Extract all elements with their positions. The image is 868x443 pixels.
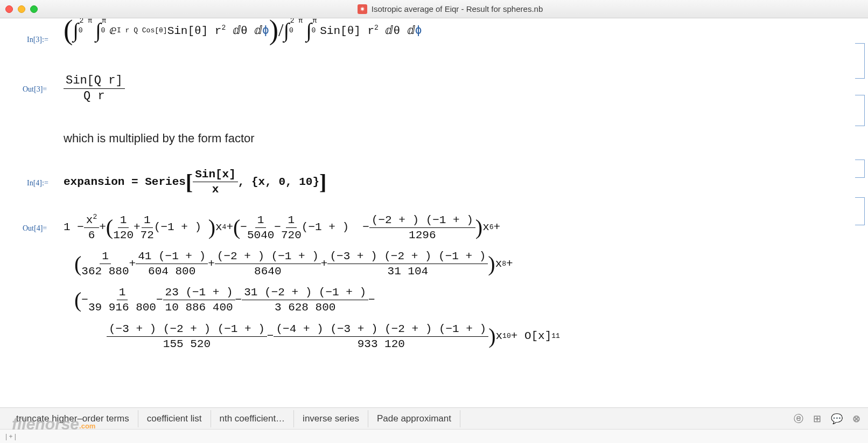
- text-cell[interactable]: which is multiplied by the form factor: [64, 131, 836, 146]
- title-text: Isotropic average of Eiqr - Result for s…: [372, 4, 543, 13]
- app-icon: [358, 4, 367, 14]
- suggest-nth-coeff[interactable]: nth coefficient…: [211, 410, 295, 427]
- watermark: filehorse.com: [12, 415, 95, 433]
- suggestions-bar: truncate higher–order terms coefficient …: [0, 407, 868, 429]
- comment-icon[interactable]: 💬: [831, 413, 843, 425]
- out-label-4: Out[4]=: [23, 224, 47, 233]
- wolfram-alpha-icon[interactable]: ⓔ: [794, 412, 803, 425]
- out-label-3: Out[3]=: [23, 85, 47, 94]
- close-suggestions-icon[interactable]: ⊗: [852, 413, 860, 425]
- out3-expression[interactable]: Sin[Q r] Q r: [64, 74, 836, 103]
- format-icon[interactable]: ⊞: [813, 413, 821, 425]
- cell-brackets[interactable]: [855, 43, 865, 225]
- out3-num: Sin[Q r]: [64, 74, 125, 89]
- status-bar: | + |: [0, 429, 868, 443]
- suggest-inverse[interactable]: inverse series: [294, 410, 368, 427]
- maximize-button[interactable]: [30, 5, 38, 13]
- in4-expression[interactable]: expansion = Series [ Sin[x] x , {x, 0, 1…: [64, 168, 836, 196]
- titlebar: Isotropic average of Eiqr - Result for s…: [0, 0, 868, 18]
- zoom-control[interactable]: | + |: [5, 433, 16, 440]
- out3-den: Q r: [83, 89, 105, 103]
- minimize-button[interactable]: [18, 5, 25, 13]
- in-label-4: In[4]:=: [27, 179, 48, 188]
- in3-expression[interactable]: ( ∫02 π ∫0π ⅇI r Q Cos[θ] Sin[θ] r2 ⅆθ ⅆ…: [64, 18, 836, 42]
- out4-expression[interactable]: 1 − x26 + ( 1120 + 172 (−1 + ) ) x4 + (−…: [64, 213, 836, 350]
- suggest-pade[interactable]: Pade approximant: [368, 410, 460, 427]
- notebook-area[interactable]: In[3]:= ( ∫02 π ∫0π ⅇI r Q Cos[θ] Sin[θ]…: [0, 18, 868, 411]
- close-button[interactable]: [5, 5, 13, 13]
- in-label-3: In[3]:=: [27, 36, 48, 44]
- traffic-lights: [5, 5, 38, 13]
- window-title: Isotropic average of Eiqr - Result for s…: [38, 4, 863, 14]
- suggest-coeff-list[interactable]: coefficient list: [138, 410, 211, 427]
